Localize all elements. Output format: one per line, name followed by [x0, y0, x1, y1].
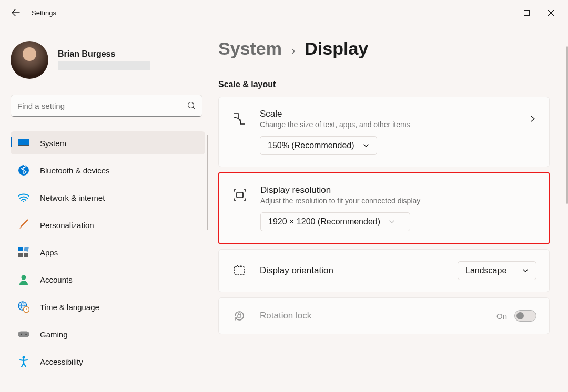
resolution-selected: 1920 × 1200 (Recommended): [268, 217, 380, 226]
svg-rect-13: [18, 332, 29, 337]
orientation-selected: Landscape: [465, 266, 506, 275]
user-name: Brian Burgess: [58, 49, 150, 59]
nav-label: Bluetooth & devices: [40, 166, 110, 175]
titlebar: Settings: [0, 0, 568, 25]
scale-selected: 150% (Recommended): [268, 141, 354, 150]
breadcrumb-current: Display: [305, 38, 368, 59]
sidebar-item-personalization[interactable]: Personalization: [11, 213, 205, 236]
svg-point-10: [22, 275, 26, 280]
resolution-card[interactable]: Display resolution Adjust the resolution…: [218, 172, 550, 244]
user-profile[interactable]: Brian Burgess: [11, 41, 200, 79]
scale-title: Scale: [260, 109, 516, 119]
accessibility-icon: [18, 356, 29, 367]
orientation-icon: [231, 265, 247, 276]
svg-point-16: [23, 356, 25, 359]
breadcrumb: System › Display: [218, 38, 550, 59]
rotation-lock-icon: [231, 310, 247, 322]
sidebar-item-time-language[interactable]: Time & language: [11, 295, 205, 318]
nav-label: Accessibility: [40, 357, 83, 366]
back-arrow-icon: [12, 8, 20, 17]
close-button[interactable]: [539, 4, 563, 21]
chevron-right-icon: [529, 115, 536, 122]
nav-label: System: [40, 139, 66, 148]
user-email-redacted: [58, 61, 150, 70]
sidebar-item-system[interactable]: System: [11, 131, 205, 154]
sidebar-item-gaming[interactable]: Gaming: [11, 323, 205, 346]
nav-label: Gaming: [40, 330, 68, 339]
sidebar-item-accounts[interactable]: Accounts: [11, 268, 205, 291]
monitor-icon: [18, 137, 29, 149]
orientation-card[interactable]: Display orientation Landscape: [218, 249, 550, 292]
sidebar-item-network[interactable]: Network & internet: [11, 186, 205, 209]
globe-clock-icon: [18, 301, 29, 313]
nav-label: Time & language: [40, 303, 99, 312]
svg-rect-3: [18, 145, 29, 146]
back-button[interactable]: [5, 2, 26, 23]
maximize-button[interactable]: [514, 4, 539, 21]
orientation-title: Display orientation: [260, 265, 445, 276]
rotation-lock-state: On: [496, 312, 507, 321]
svg-rect-6: [18, 247, 23, 251]
sidebar: Brian Burgess System Bluetooth & devices…: [0, 25, 210, 392]
chevron-down-icon: [389, 219, 395, 225]
app-title: Settings: [32, 9, 56, 17]
bluetooth-icon: [18, 164, 29, 176]
breadcrumb-parent[interactable]: System: [218, 38, 282, 59]
svg-rect-7: [24, 247, 28, 252]
search-box[interactable]: [11, 95, 202, 117]
scale-icon: [231, 112, 247, 126]
person-icon: [18, 274, 29, 285]
svg-point-14: [21, 334, 22, 335]
chevron-down-icon: [363, 142, 369, 149]
gamepad-icon: [18, 328, 29, 340]
sidebar-item-bluetooth[interactable]: Bluetooth & devices: [11, 159, 205, 182]
nav-label: Accounts: [40, 275, 73, 284]
sidebar-item-accessibility[interactable]: Accessibility: [11, 350, 205, 373]
nav-label: Personalization: [40, 221, 94, 230]
maximize-icon: [524, 10, 530, 16]
chevron-right-icon: ›: [291, 44, 295, 58]
svg-point-15: [25, 334, 27, 335]
rotation-lock-card: Rotation lock On: [218, 297, 550, 334]
search-icon: [187, 101, 196, 110]
scale-card[interactable]: Scale Change the size of text, apps, and…: [218, 97, 550, 167]
window-controls: [490, 4, 563, 21]
section-title: Scale & layout: [218, 80, 550, 89]
resolution-title: Display resolution: [260, 185, 536, 195]
content-area: System › Display Scale & layout Scale Ch…: [210, 25, 568, 392]
nav-label: Apps: [40, 248, 58, 257]
search-input[interactable]: [17, 101, 187, 110]
avatar: [11, 41, 48, 79]
wifi-icon: [18, 192, 29, 203]
svg-rect-19: [238, 315, 241, 317]
minimize-button[interactable]: [490, 4, 514, 21]
svg-rect-18: [234, 267, 245, 274]
svg-rect-0: [524, 10, 529, 15]
resolution-dropdown[interactable]: 1920 × 1200 (Recommended): [260, 212, 410, 231]
svg-rect-8: [18, 253, 23, 257]
paintbrush-icon: [18, 219, 29, 231]
sidebar-item-apps[interactable]: Apps: [11, 241, 205, 264]
svg-rect-17: [237, 192, 243, 198]
chevron-down-icon: [522, 267, 529, 274]
svg-point-5: [23, 201, 24, 202]
rotation-lock-toggle: [514, 310, 536, 322]
scale-dropdown[interactable]: 150% (Recommended): [260, 136, 377, 155]
rotation-lock-title: Rotation lock: [260, 311, 484, 321]
minimize-icon: [500, 10, 505, 16]
svg-point-1: [188, 102, 194, 108]
orientation-dropdown[interactable]: Landscape: [458, 261, 536, 280]
scale-subtitle: Change the size of text, apps, and other…: [260, 120, 516, 129]
apps-icon: [18, 246, 29, 258]
nav-label: Network & internet: [40, 193, 105, 202]
resolution-subtitle: Adjust the resolution to fit your connec…: [260, 197, 536, 205]
nav-scrollbar[interactable]: [207, 135, 208, 230]
svg-rect-9: [24, 253, 28, 257]
resolution-icon: [232, 189, 248, 201]
close-icon: [548, 10, 554, 16]
nav-list: System Bluetooth & devices Network & int…: [11, 131, 205, 377]
